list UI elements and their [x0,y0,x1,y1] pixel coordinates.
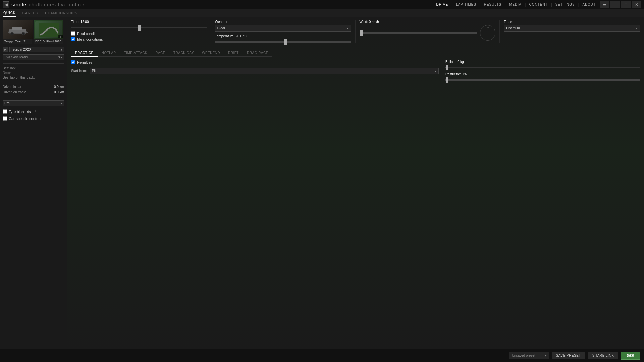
wind-compass: N [480,25,495,41]
restrictor-label: Restrictor: 0% [445,72,640,76]
car-card-img [3,20,33,39]
divider-1 [3,82,64,82]
tab-practice[interactable]: PRACTICE [71,50,98,57]
tab-track-day[interactable]: TRACK DAY [169,50,198,57]
title-online: online [69,2,84,7]
nav-content[interactable]: CONTENT [529,3,547,6]
weather-select[interactable]: Clear Cloudy Rain [215,25,351,32]
real-conditions-checkbox[interactable] [71,31,75,36]
car-select[interactable]: Tsujigiri 2020 [9,47,64,52]
tab-hotlap[interactable]: HOTLAP [98,50,120,57]
driven-track-row: Driven on track: 0.0 km [3,90,64,94]
car-select-icon[interactable]: ▶ [3,47,8,52]
title-challenges: challenges [29,2,56,7]
driven-car-value: 0.0 km [54,85,64,89]
hamburger-button[interactable]: ☰ [600,1,609,8]
title-single: single [11,2,26,7]
nav-laptimes[interactable]: LAP TIMES [456,3,476,6]
temperature-slider[interactable] [215,41,351,43]
top-nav: DRIVE | LAP TIMES | RESULTS | MEDIA | CO… [436,3,596,7]
temperature-value: 26.0 [235,34,242,38]
tab-time-attack[interactable]: TIME ATTACK [120,50,152,57]
real-conditions-label[interactable]: Real conditions [71,31,207,36]
subnav-career[interactable]: CAREER [22,10,39,16]
compound-select[interactable]: Pro [3,100,64,106]
close-button[interactable]: ✕ [632,1,641,8]
tyre-blankets-checkbox-label[interactable]: Tyre blankets [3,109,31,114]
time-label: Time: 12:00 [71,20,207,24]
preset-select-wrapper: Unsaved preset [509,352,549,359]
ballast-section: Ballast: 0 kg [445,60,640,69]
start-from-label: Start from: [71,69,87,73]
stats-block: Best lap: None Best lap on this track: D… [3,63,64,94]
main-content: Tsujigiri Team S14 SR20 - Ben S... ⋮ [0,17,644,349]
wind-section: Wind: 0 km/h N [356,20,500,43]
car-card-tsujigiri[interactable]: Tsujigiri Team S14 SR20 - Ben S... [3,20,32,44]
ballast-slider[interactable] [445,67,640,68]
tyre-blankets-info-icon[interactable]: ⋮ [33,110,38,113]
track-thumbnail-icon [39,23,59,37]
wind-slider[interactable] [360,32,478,34]
weather-section: Weather: ▼ Clear Cloudy Rain Temperature… [211,20,356,43]
nav-drive[interactable]: DRIVE [436,3,448,6]
preset-select[interactable]: Unsaved preset [509,352,549,359]
time-slider[interactable] [71,27,207,28]
car-specific-checkbox[interactable] [3,116,7,121]
penalties-checkbox-label[interactable]: Penalties [71,60,439,64]
car-silhouette-icon [6,25,30,35]
nav-settings[interactable]: SETTINGS [555,3,575,6]
time-value: 12:00 [80,20,89,24]
maximize-button[interactable]: ◻ [621,1,631,8]
car-select-wrapper: Tsujigiri 2020 [9,47,64,52]
temperature-label: Temperature: 26.0 °C [215,34,351,38]
practice-content: Penalties Start from: Pits Hotlap Random [71,60,640,81]
tyre-blankets-checkbox[interactable] [3,109,7,114]
driven-track-value: 0.0 km [54,90,64,94]
start-from-select[interactable]: Pits Hotlap Random [90,68,439,74]
car-specific-checkbox-label[interactable]: Car-specific controls [3,116,64,121]
divider-2 [3,97,64,97]
skins-select-wrapper: No skins found ▼ [3,54,64,60]
nav-results[interactable]: RESULTS [484,3,501,6]
nav-media[interactable]: MEDIA [509,3,522,6]
ballast-label: Ballast: 0 kg [445,60,640,64]
track-card-bdc[interactable]: ⋮ BDC Driftland 2020 [34,20,63,44]
subnav-quick[interactable]: QUICK [3,10,16,17]
track-select[interactable]: Optimum Green Fast Dusty [504,25,640,32]
practice-left: Penalties Start from: Pits Hotlap Random [71,60,439,81]
restrictor-slider[interactable] [445,79,640,81]
tab-weekend[interactable]: WEEKEND [198,50,224,57]
driven-car-row: Driven in car: 0.0 km [3,85,64,89]
compass-needle [488,29,488,34]
ideal-conditions-label[interactable]: Ideal conditions [71,37,207,41]
penalties-row: Penalties [71,60,439,64]
track-card-img: ⋮ [34,20,63,39]
go-button[interactable]: Go! [621,352,640,360]
weather-dropdown-wrapper: ▼ Clear Cloudy Rain [215,25,351,32]
car-cards: Tsujigiri Team S14 SR20 - Ben S... ⋮ [3,20,64,44]
svg-point-6 [22,33,24,35]
share-link-button[interactable]: Share link [588,352,618,359]
nav-about[interactable]: ABOUT [583,3,596,6]
back-button[interactable]: ◀ [3,1,9,8]
left-panel: Tsujigiri Team S14 SR20 - Ben S... ⋮ [0,17,67,349]
save-preset-button[interactable]: Save preset [552,352,585,359]
skins-button[interactable]: No skins found ▼ [3,54,64,60]
ballast-value: 0 kg [458,60,464,64]
wind-label: Wind: 0 km/h [360,20,496,24]
penalties-checkbox[interactable] [71,60,75,64]
tab-drift[interactable]: DRIFT [224,50,243,57]
compound-select-row: Pro [3,100,64,106]
subnav-championships[interactable]: CHAMPIONSHIPS [45,10,77,16]
tab-race[interactable]: RACE [151,50,169,57]
bottom-bar: Unsaved preset Save preset Share link Go… [0,349,644,362]
tyre-blankets-label: Tyre blankets [9,110,31,114]
driven-car-label: Driven in car: [3,85,22,89]
minimize-button[interactable]: ─ [610,1,620,8]
tab-drag-race[interactable]: DRAG RACE [243,50,272,57]
titlebar-left: ◀ single challenges live online [3,1,84,8]
ideal-conditions-checkbox[interactable] [71,37,75,41]
wind-value: 0 km/h [369,20,379,24]
start-from-select-wrapper: Pits Hotlap Random [90,68,439,74]
best-lap-track-label: Best lap on this track: [3,76,64,79]
